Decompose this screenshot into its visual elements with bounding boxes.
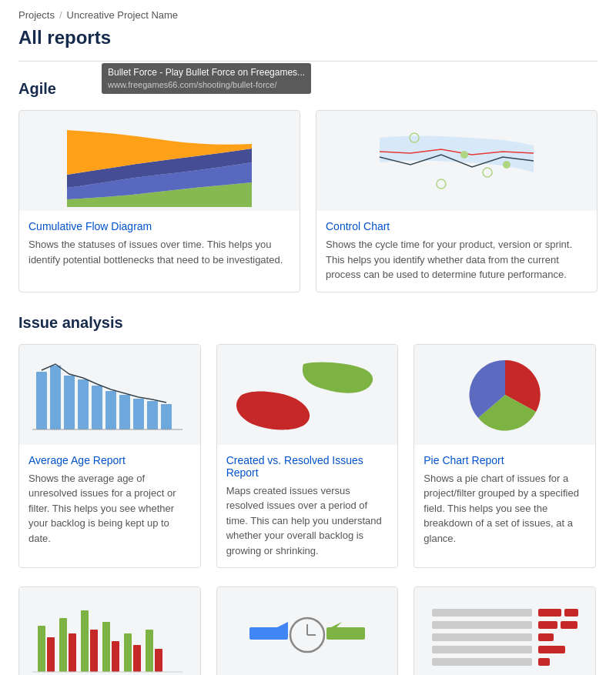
chart-control-chart: [316, 111, 597, 211]
card-body-created-vs-resolved: Created vs. Resolved Issues Report Maps …: [217, 445, 398, 568]
svg-rect-40: [538, 621, 557, 629]
card-body-pie-chart: Pie Chart Report Shows a pie chart of is…: [414, 445, 595, 556]
tooltip-url: www.freegames66.com/shooting/bullet-forc…: [108, 79, 305, 91]
card-desc-cumulative-flow: Shows the statuses of issues over time. …: [28, 237, 290, 267]
card-recently-created: Recently Created Issues Report Shows the…: [18, 586, 201, 675]
card-single-level-group: Single Level Group By Report Shows issue…: [413, 586, 596, 675]
svg-rect-8: [78, 379, 89, 429]
section-agile: Agile: [18, 80, 598, 292]
page-title: All reports: [18, 27, 598, 48]
section-title-issue-analysis: Issue analysis: [18, 314, 598, 332]
svg-rect-30: [249, 627, 288, 640]
card-control-chart: Control Chart Shows the cycle time for y…: [316, 110, 598, 292]
svg-rect-6: [50, 366, 61, 429]
breadcrumb-projects[interactable]: Projects: [18, 9, 55, 21]
chart-pie-chart: [414, 345, 595, 445]
chart-resolution-time: [217, 587, 398, 675]
svg-rect-45: [538, 646, 565, 653]
svg-rect-12: [133, 399, 144, 429]
card-created-vs-resolved: Created vs. Resolved Issues Report Maps …: [216, 344, 399, 569]
card-body-cumulative-flow: Cumulative Flow Diagram Shows the status…: [19, 211, 300, 276]
chart-cumulative-flow: [19, 111, 300, 211]
issue-analysis-row2: Recently Created Issues Report Shows the…: [18, 586, 598, 675]
card-desc-average-age: Shows the average age of unresolved issu…: [28, 471, 191, 546]
svg-rect-20: [81, 610, 89, 672]
card-body-average-age: Average Age Report Shows the average age…: [19, 445, 200, 556]
tooltip-title: Bullet Force - Play Bullet Force on Free…: [108, 66, 305, 79]
divider: [18, 61, 598, 62]
svg-rect-9: [92, 386, 102, 429]
breadcrumb: Projects / Uncreative Project Name: [18, 0, 598, 27]
agile-cards-row: Cumulative Flow Diagram Shows the status…: [18, 110, 598, 292]
card-title-average-age[interactable]: Average Age Report: [28, 454, 191, 466]
svg-rect-11: [119, 395, 130, 429]
svg-rect-24: [124, 633, 132, 672]
svg-rect-44: [432, 646, 532, 653]
svg-rect-47: [538, 658, 550, 666]
svg-rect-42: [432, 633, 532, 641]
card-title-pie-chart[interactable]: Pie Chart Report: [424, 454, 586, 466]
svg-rect-13: [147, 401, 158, 429]
svg-rect-26: [146, 630, 153, 672]
svg-rect-5: [36, 372, 47, 429]
card-desc-created-vs-resolved: Maps created issues versus resolved issu…: [226, 483, 389, 559]
card-cumulative-flow: Cumulative Flow Diagram Shows the status…: [18, 110, 300, 292]
svg-rect-17: [47, 637, 55, 672]
svg-rect-37: [538, 609, 561, 617]
svg-rect-22: [102, 622, 110, 672]
chart-single-level-group: [414, 587, 595, 675]
svg-rect-7: [64, 376, 75, 429]
card-resolution-time: Resolution Time Report Shows the length …: [216, 586, 399, 675]
breadcrumb-separator: /: [59, 9, 62, 21]
svg-rect-19: [69, 633, 76, 672]
breadcrumb-project: Uncreative Project Name: [67, 9, 179, 21]
svg-rect-14: [161, 404, 172, 429]
chart-created-vs-resolved: [217, 345, 398, 445]
issue-analysis-row1: Average Age Report Shows the average age…: [18, 344, 598, 569]
svg-point-3: [460, 151, 468, 159]
card-desc-pie-chart: Shows a pie chart of issues for a projec…: [424, 471, 586, 546]
chart-recently-created: [19, 587, 200, 675]
svg-rect-27: [155, 649, 162, 672]
svg-rect-38: [564, 609, 578, 617]
svg-rect-39: [432, 621, 532, 629]
svg-rect-10: [105, 391, 116, 429]
svg-rect-23: [112, 641, 119, 672]
svg-point-4: [503, 161, 511, 169]
svg-rect-36: [432, 609, 532, 617]
svg-rect-43: [538, 633, 554, 641]
svg-rect-21: [90, 630, 98, 672]
svg-rect-16: [38, 626, 45, 672]
section-issue-analysis: Issue analysis: [18, 314, 598, 676]
chart-average-age: [19, 345, 200, 445]
svg-rect-46: [432, 658, 532, 666]
svg-rect-41: [561, 621, 578, 629]
svg-rect-18: [59, 618, 67, 672]
card-body-control-chart: Control Chart Shows the cycle time for y…: [316, 211, 597, 292]
svg-point-1: [437, 179, 446, 189]
card-title-created-vs-resolved[interactable]: Created vs. Resolved Issues Report: [226, 454, 389, 479]
card-desc-control-chart: Shows the cycle time for your product, v…: [326, 237, 588, 282]
svg-rect-25: [133, 645, 141, 672]
card-title-control-chart[interactable]: Control Chart: [326, 220, 588, 232]
svg-point-2: [483, 168, 492, 177]
card-pie-chart: Pie Chart Report Shows a pie chart of is…: [413, 344, 596, 569]
tooltip-popup: Bullet Force - Play Bullet Force on Free…: [102, 63, 311, 94]
card-title-cumulative-flow[interactable]: Cumulative Flow Diagram: [28, 220, 290, 232]
card-average-age: Average Age Report Shows the average age…: [18, 344, 201, 569]
